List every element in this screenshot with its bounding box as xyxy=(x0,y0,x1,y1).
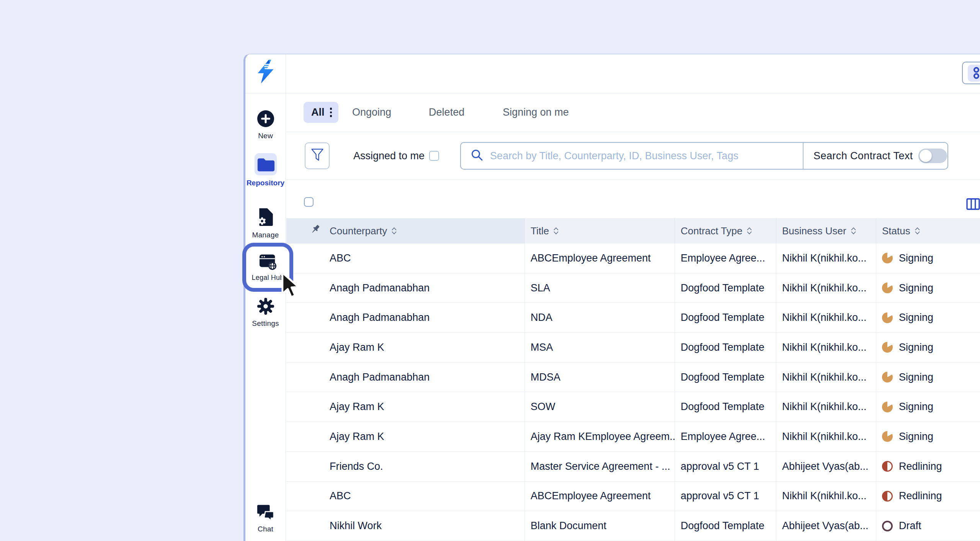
tab-all[interactable]: All xyxy=(304,102,338,123)
sidebar-item-chat[interactable]: Chat xyxy=(245,504,286,533)
table-row[interactable]: Anagh Padmanabhan NDA Dogfood Template N… xyxy=(286,303,980,333)
tab-ongoing[interactable]: Ongoing xyxy=(352,106,391,118)
status-label: Redlining xyxy=(899,490,942,502)
cell-business-user: Nikhil K(nikhil.ko... xyxy=(776,273,876,303)
search-icon xyxy=(471,149,483,163)
cell-status: Signing xyxy=(876,244,980,273)
chat-bubbles-icon xyxy=(256,504,275,522)
column-header-title[interactable]: Title xyxy=(524,218,675,244)
column-header-contract-type[interactable]: Contract Type xyxy=(675,218,776,244)
cell-counterparty: ABC xyxy=(286,482,524,511)
sidebar-item-label: New xyxy=(258,132,273,140)
cell-counterparty: Ajay Ram K xyxy=(286,333,524,362)
sort-icon[interactable] xyxy=(746,227,752,235)
table-row[interactable]: ABC ABCEmployee Agreement approval v5 CT… xyxy=(286,482,980,512)
status-label: Signing xyxy=(899,371,933,383)
cell-title: MSA xyxy=(524,333,675,362)
topbar xyxy=(286,54,980,93)
cell-title: Blank Document xyxy=(524,511,675,541)
cell-business-user: Abhijeet Vyas(ab... xyxy=(776,452,876,481)
status-label: Signing xyxy=(899,431,933,443)
cell-contract-type: Employee Agree... xyxy=(675,422,776,451)
folder-icon xyxy=(255,153,277,175)
status-icon xyxy=(882,312,893,323)
status-icon xyxy=(882,521,893,531)
tab-signing-on-me[interactable]: Signing on me xyxy=(503,106,569,118)
tab-bar: All Ongoing Deleted Signing on me xyxy=(286,93,980,132)
sidebar-item-new[interactable]: New xyxy=(245,110,286,140)
cell-status: Signing xyxy=(876,392,980,422)
cell-status: Draft xyxy=(876,511,980,541)
cell-title: ABCEmployee Agreement xyxy=(524,244,675,273)
cell-contract-type: approval v5 CT 1 xyxy=(675,482,776,511)
sidebar-item-repository[interactable]: Repository xyxy=(245,153,286,187)
column-settings-icon[interactable] xyxy=(966,198,980,212)
cell-counterparty: Ajay Ram K xyxy=(286,422,524,451)
tab-deleted[interactable]: Deleted xyxy=(429,106,464,118)
status-label: Signing xyxy=(899,282,933,294)
gear-icon xyxy=(257,297,274,317)
filter-button[interactable] xyxy=(305,142,330,169)
table-toolbar xyxy=(286,180,980,218)
search-contract-text-label: Search Contract Text xyxy=(813,150,913,162)
table-row[interactable]: Ajay Ram K Ajay Ram KEmployee Agreem... … xyxy=(286,422,980,452)
column-label: Business User xyxy=(782,225,846,237)
cell-business-user: Nikhil K(nikhil.ko... xyxy=(776,303,876,332)
cell-counterparty: Friends Co. xyxy=(286,452,524,481)
app-logo[interactable] xyxy=(245,59,286,86)
sort-icon[interactable] xyxy=(391,227,397,235)
cell-title: ABCEmployee Agreement xyxy=(524,482,675,511)
column-header-status[interactable]: Status xyxy=(876,218,980,244)
main-content: All Ongoing Deleted Signing on me Assign… xyxy=(286,54,980,541)
table-row[interactable]: Anagh Padmanabhan SLA Dogfood Template N… xyxy=(286,273,980,303)
column-header-business-user[interactable]: Business User xyxy=(776,218,876,244)
sidebar-item-label: Manage xyxy=(252,231,279,239)
cell-contract-type: Dogfood Template xyxy=(675,333,776,362)
search-contract-text-toggle[interactable] xyxy=(918,149,947,163)
cell-counterparty: Anagh Padmanabhan xyxy=(286,363,524,392)
cell-business-user: Nikhil K(nikhil.ko... xyxy=(776,333,876,362)
table-row[interactable]: Nikhil Work Blank Document Dogfood Templ… xyxy=(286,511,980,541)
sort-icon[interactable] xyxy=(915,227,920,235)
table-row[interactable]: Ajay Ram K SOW Dogfood Template Nikhil K… xyxy=(286,392,980,422)
cell-counterparty: Anagh Padmanabhan xyxy=(286,303,524,332)
assigned-to-me-label: Assigned to me xyxy=(353,150,425,162)
status-icon xyxy=(882,253,893,263)
sidebar-item-label: Settings xyxy=(252,319,279,328)
sidebar-item-label: Chat xyxy=(258,525,273,533)
sort-icon[interactable] xyxy=(553,227,559,235)
cell-status: Signing xyxy=(876,333,980,362)
column-header-counterparty[interactable]: Counterparty xyxy=(286,218,524,244)
cell-contract-type: Dogfood Template xyxy=(675,273,776,303)
status-icon xyxy=(882,431,893,442)
pin-icon[interactable] xyxy=(310,224,321,238)
table-header: Counterparty Title Contract Type xyxy=(286,218,980,244)
cell-counterparty: ABC xyxy=(286,244,524,273)
column-label: Contract Type xyxy=(681,225,742,237)
select-all-checkbox[interactable] xyxy=(304,197,314,207)
sidebar-item-label: Repository xyxy=(247,179,284,187)
cell-business-user: Abhijeet Vyas(ab... xyxy=(776,511,876,541)
sidebar-item-manage[interactable]: Manage xyxy=(245,208,286,239)
kebab-menu-icon[interactable] xyxy=(330,108,332,117)
status-icon xyxy=(882,461,893,472)
column-label: Status xyxy=(882,225,910,237)
status-icon xyxy=(882,342,893,353)
cell-status: Redlining xyxy=(876,482,980,511)
sort-icon[interactable] xyxy=(851,227,856,235)
assigned-to-me-checkbox[interactable] xyxy=(429,151,439,161)
cell-contract-type: Dogfood Template xyxy=(675,392,776,422)
cell-status: Signing xyxy=(876,422,980,451)
status-icon xyxy=(882,402,893,412)
status-icon xyxy=(882,283,893,293)
table-row[interactable]: Ajay Ram K MSA Dogfood Template Nikhil K… xyxy=(286,333,980,363)
cell-status: Signing xyxy=(876,273,980,303)
search-input[interactable] xyxy=(490,150,803,162)
table-row[interactable]: ABC ABCEmployee Agreement Employee Agree… xyxy=(286,244,980,273)
filter-bar: Assigned to me Search Contract Text xyxy=(286,132,980,180)
search-field-area[interactable] xyxy=(461,143,804,169)
table-row[interactable]: Friends Co. Master Service Agreement - .… xyxy=(286,452,980,482)
account-button[interactable] xyxy=(962,62,980,84)
table-row[interactable]: Anagh Padmanabhan MDSA Dogfood Template … xyxy=(286,363,980,392)
status-icon xyxy=(882,491,893,502)
